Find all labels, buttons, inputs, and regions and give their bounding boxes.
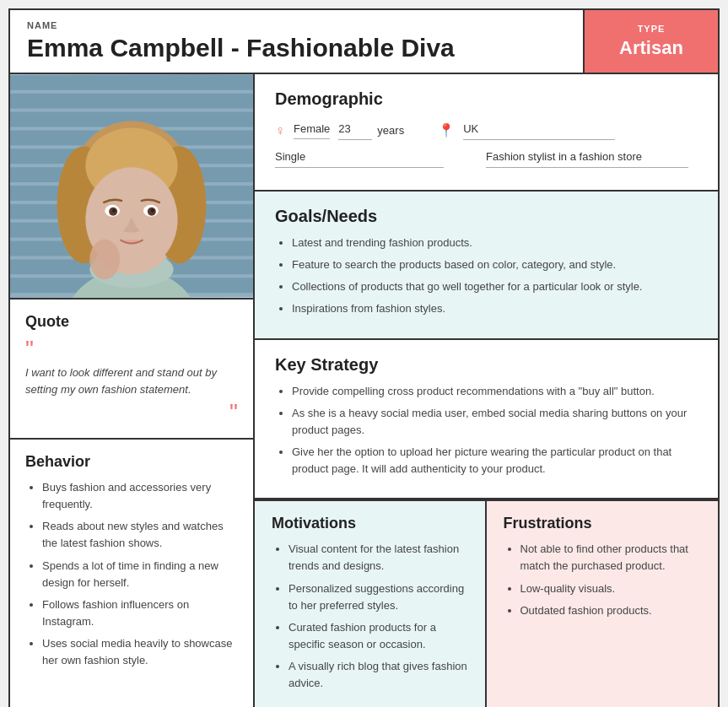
header: NAME Emma Campbell - Fashionable Diva TY… <box>10 10 718 74</box>
left-column: Quote " I want to look different and sta… <box>10 74 255 707</box>
location-icon: 📍 <box>438 122 455 138</box>
motivations-title: Motivations <box>272 515 468 532</box>
age-unit: years <box>377 124 404 137</box>
quote-text: I want to look different and stand out b… <box>25 364 238 397</box>
name-label: NAME <box>27 20 566 30</box>
behavior-section: Behavior Buys fashion and accessories ve… <box>10 440 253 707</box>
list-item: Personalized suggestions according to he… <box>289 580 468 614</box>
demo-row-2: Single Fashion stylist in a fashion stor… <box>275 148 698 168</box>
goals-section: Goals/Needs Latest and trending fashion … <box>255 192 718 340</box>
persona-card: NAME Emma Campbell - Fashionable Diva TY… <box>8 8 720 707</box>
occupation-value: Fashion stylist in a fashion store <box>486 150 642 163</box>
gender-field: Female <box>294 122 330 139</box>
list-item: Provide compelling cross product recomme… <box>292 383 698 400</box>
goals-title: Goals/Needs <box>275 207 698 226</box>
quote-open-icon: " <box>25 337 238 361</box>
demographic-section: Demographic ♀ Female 23 years 📍 UK <box>255 74 718 192</box>
persona-name: Emma Campbell - Fashionable Diva <box>27 34 566 62</box>
svg-point-26 <box>112 209 116 213</box>
list-item: Latest and trending fashion products. <box>292 235 698 251</box>
list-item: A visually rich blog that gives fashion … <box>289 658 468 692</box>
status-value: Single <box>275 150 305 163</box>
demographic-title: Demographic <box>275 89 698 109</box>
right-column: Demographic ♀ Female 23 years 📍 UK <box>255 74 718 707</box>
type-value: Artisan <box>619 37 683 59</box>
occupation-field: Fashion stylist in a fashion store <box>486 148 688 168</box>
frustrations-title: Frustrations <box>504 515 702 532</box>
svg-point-27 <box>151 209 154 213</box>
svg-point-28 <box>89 240 120 280</box>
frustrations-list: Not able to find other products that mat… <box>504 541 702 619</box>
list-item: Feature to search the products based on … <box>292 256 698 273</box>
list-item: Low-quality visuals. <box>520 580 702 597</box>
list-item: Inspirations from fashion styles. <box>292 300 698 317</box>
list-item: Outdated fashion products. <box>520 602 702 619</box>
list-item: Spends a lot of time in finding a new de… <box>42 558 238 591</box>
gender-value: Female <box>294 122 330 135</box>
svg-rect-1 <box>10 75 253 90</box>
age-value: 23 <box>338 122 350 135</box>
behavior-list: Buys fashion and accessories very freque… <box>25 479 238 669</box>
motivations-section: Motivations Visual content for the lates… <box>255 501 487 707</box>
age-field: 23 <box>338 121 372 140</box>
type-label: TYPE <box>638 24 666 34</box>
bottom-panels: Motivations Visual content for the lates… <box>255 499 718 707</box>
demo-row-1: ♀ Female 23 years 📍 UK <box>275 121 698 140</box>
list-item: Curated fashion products for a specific … <box>289 619 468 653</box>
motivations-list: Visual content for the latest fashion tr… <box>272 541 468 692</box>
list-item: Visual content for the latest fashion tr… <box>289 541 468 575</box>
age-group: 23 years <box>338 121 404 140</box>
frustrations-section: Frustrations Not able to find other prod… <box>487 501 719 707</box>
list-item: Buys fashion and accessories very freque… <box>42 479 238 513</box>
location-field: UK <box>463 121 615 140</box>
quote-title: Quote <box>25 313 238 331</box>
list-item: Give her the option to upload her pictur… <box>292 444 698 478</box>
list-item: Collections of products that go well tog… <box>292 278 698 295</box>
list-item: Uses social media heavily to showcase he… <box>42 635 238 669</box>
quote-section: Quote " I want to look different and sta… <box>10 298 253 440</box>
key-strategy-section: Key Strategy Provide compelling cross pr… <box>255 340 718 500</box>
keystrategy-list: Provide compelling cross product recomme… <box>275 383 698 478</box>
svg-rect-2 <box>10 94 253 109</box>
list-item: Reads about new styles and watches the l… <box>42 518 238 552</box>
location-value: UK <box>463 122 478 135</box>
header-name-block: NAME Emma Campbell - Fashionable Diva <box>10 10 583 73</box>
quote-close-icon: " <box>25 401 238 424</box>
goals-list: Latest and trending fashion products. Fe… <box>275 235 698 318</box>
keystrategy-title: Key Strategy <box>275 355 698 375</box>
status-field: Single <box>275 148 444 168</box>
behavior-title: Behavior <box>25 453 238 471</box>
profile-photo <box>10 74 253 298</box>
gender-icon: ♀ <box>275 123 285 138</box>
list-item: As she is a heavy social media user, emb… <box>292 405 698 439</box>
list-item: Follows fashion influencers on Instagram… <box>42 596 238 630</box>
header-type-block: TYPE Artisan <box>583 10 718 73</box>
list-item: Not able to find other products that mat… <box>520 541 702 575</box>
